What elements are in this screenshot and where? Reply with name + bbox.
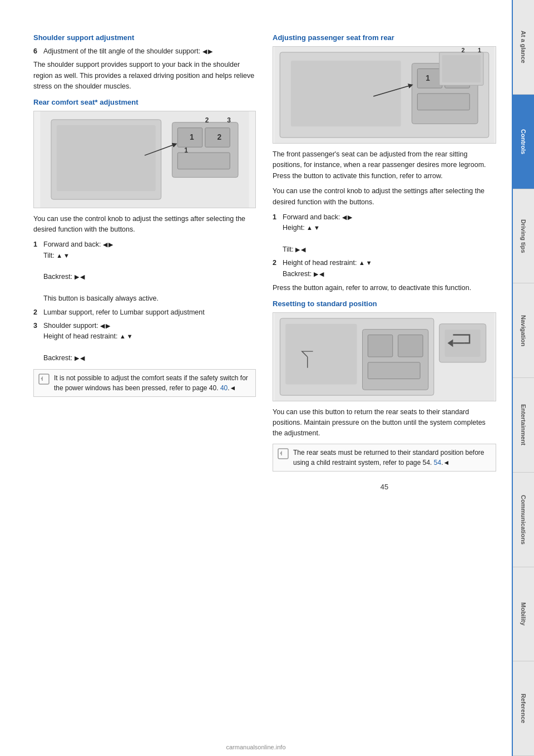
svg-text:3: 3 [227,116,231,124]
arrow-fwd-icon [75,353,79,364]
step1-back-arrows [75,272,85,282]
arrow-down-icon [63,251,70,261]
left-step-1-num: 1 [33,239,43,304]
right-step-1-content: Forward and back: Height: [283,212,496,256]
right-step-1: 1 Forward and back: Height: [273,212,496,256]
step-6-num: 6 [33,46,43,57]
reset-body: You can use this button to return the re… [273,407,496,439]
r-step1-height-arrows [306,223,320,233]
sidebar-tab-driving-tips[interactable]: Driving tips [513,189,534,284]
svg-rect-25 [442,55,481,82]
svg-text:1: 1 [426,73,430,82]
step-6-content: Adjustment of the tilt angle of the shou… [43,46,256,57]
svg-rect-34 [368,362,420,379]
section-reset-position: Resetting to standard position [273,300,496,472]
sidebar-tab-mobility[interactable]: Mobility [513,567,534,662]
step3-arrows [100,321,110,331]
passenger-seat-body2: You can use the control knob to adjust t… [273,186,496,208]
svg-rect-38 [278,449,288,459]
shoulder-support-body: The shoulder support provides support to… [33,60,256,92]
r-step2-head-arrows [359,258,372,268]
svg-text:1: 1 [190,132,194,141]
r-step2-back-arrows [314,269,324,279]
arrow-up-icon [120,331,126,342]
arrow-left-icon [100,321,105,331]
right-step-1-num: 1 [273,212,283,256]
left-column: Shoulder support adjustment 6 Adjustment… [33,33,256,739]
arrow-left-icon [202,46,207,57]
sidebar-tab-reference[interactable]: Reference [513,661,534,756]
r-step1-tilt-arrows [295,244,305,255]
right-step-2: 2 Height of head restraint: Backrest: [273,258,496,279]
reset-position-title: Resetting to standard position [273,300,496,308]
reset-position-image [273,312,496,401]
arrow-back-icon [80,272,85,282]
svg-rect-13 [39,374,49,384]
svg-text:2: 2 [217,132,221,141]
left-step-2-num: 2 [33,307,43,318]
note-icon-right [278,448,289,459]
arrow-back-icon [80,353,85,364]
step1-fwd-arrows [103,239,113,250]
arrow-fwd-icon [314,269,318,279]
arrow-up-icon [306,223,313,233]
arrow-back-icon [319,269,324,279]
step1-tilt-arrows [56,251,70,261]
svg-rect-33 [398,335,423,357]
arrow-down-icon [366,258,372,268]
arrow-right-icon [106,321,110,331]
watermark: carmanualsonline.info [0,744,512,750]
arrow-down-icon [127,331,133,342]
arrow-up-icon [56,251,62,261]
rear-seat-image: 1 2 2 3 1 [33,111,256,208]
step3-head-arrows [120,331,133,342]
left-step-3-content: Shoulder support: Height of head restrai… [43,321,256,364]
right-column: Adjusting passenger seat from rear [273,33,496,739]
svg-rect-32 [368,335,392,357]
arrow-up-icon [359,258,365,268]
sidebar-tab-communications[interactable]: Communications [513,473,534,567]
arrow-fwd-icon [75,272,79,282]
main-content: Shoulder support adjustment 6 Adjustment… [0,0,513,756]
sidebar-tab-at-a-glance[interactable]: At a glance [513,0,534,95]
svg-rect-6 [177,153,230,169]
left-step-2: 2 Lumbar support, refer to Lumbar suppor… [33,307,256,318]
arrow-left-icon [103,239,107,250]
step-6-arrows [202,46,212,57]
svg-rect-20 [417,94,469,110]
left-note-text: It is not possible to adjust the comfort… [54,374,248,392]
section-passenger-seat: Adjusting passenger seat from rear [273,33,496,294]
sidebar-tab-controls[interactable]: Controls [513,95,534,189]
shoulder-support-title: Shoulder support adjustment [33,33,256,42]
page-40-link[interactable]: 40 [220,384,228,392]
svg-text:1: 1 [184,146,188,154]
sidebar-tab-entertainment[interactable]: Entertainment [513,378,534,473]
passenger-seat-body1: The front passenger's seat can be adjust… [273,149,496,181]
section-rear-comfort-seat: Rear comfort seat* adjustment [33,98,256,397]
rear-seat-body: You can use the control knob to adjust t… [33,214,256,235]
right-step-2-num: 2 [273,258,283,279]
right-note-text: The rear seats must be returned to their… [293,449,484,467]
arrow-left-icon [342,212,347,223]
section-shoulder-support: Shoulder support adjustment 6 Adjustment… [33,33,256,92]
left-step-3-num: 3 [33,321,43,364]
sidebar-tab-navigation[interactable]: Navigation [513,283,534,378]
page-number: 45 [273,483,496,491]
arrow-right-icon [208,46,212,57]
left-step-1: 1 Forward and back: Tilt: [33,239,256,304]
page-54-link[interactable]: 54 [434,459,441,467]
svg-rect-30 [285,323,357,384]
note-icon [38,374,50,385]
rear-comfort-title: Rear comfort seat* adjustment [33,98,256,106]
left-step-2-content: Lumbar support, refer to Lumbar support … [43,307,256,318]
arrow-right-icon [348,212,352,223]
svg-text:2: 2 [461,47,464,53]
left-step-3: 3 Shoulder support: Height of head restr… [33,321,256,364]
left-step-1-content: Forward and back: Tilt: [43,239,256,304]
svg-rect-2 [57,125,156,191]
press-note: Press the button again, refer to arrow, … [273,283,496,293]
svg-text:2: 2 [205,116,209,124]
arrow-right-icon [108,239,113,250]
r-step1-fwd-arrows [342,212,352,223]
passenger-seat-title: Adjusting passenger seat from rear [273,33,496,42]
